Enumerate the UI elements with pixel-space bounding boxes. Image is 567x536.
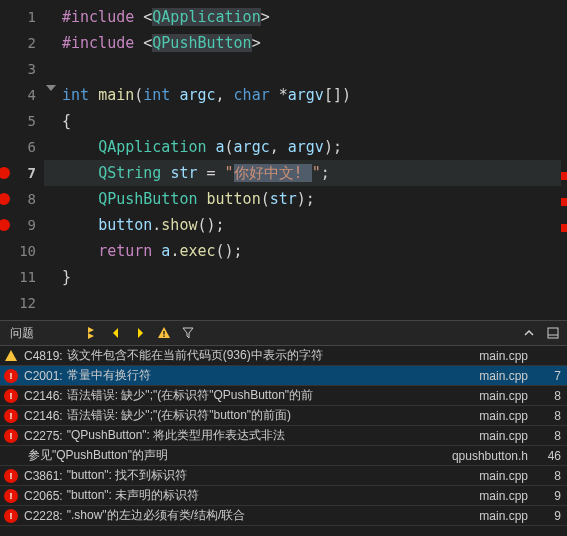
problem-file: main.cpp [479, 389, 532, 403]
problem-code: C4819: [24, 349, 63, 363]
problems-title: 问题 [0, 325, 44, 342]
problem-row[interactable]: !C2001:常量中有换行符main.cpp7 [0, 366, 567, 386]
problem-code: C2146: [24, 389, 63, 403]
problem-file: main.cpp [479, 349, 532, 363]
code-line[interactable]: { [44, 108, 567, 134]
problem-file: main.cpp [479, 469, 532, 483]
arrow-right-icon[interactable] [132, 325, 148, 341]
code-area[interactable]: #include <QApplication>#include <QPushBu… [44, 0, 567, 320]
collapse-icon[interactable] [521, 325, 537, 341]
error-tick[interactable] [561, 172, 567, 180]
problem-row[interactable]: !C2275:"QPushButton": 将此类型用作表达式非法main.cp… [0, 426, 567, 446]
problem-line: 8 [532, 469, 567, 483]
line-number: 10 [0, 238, 44, 264]
svg-rect-0 [163, 331, 164, 335]
code-line[interactable] [44, 290, 567, 316]
filter-icon[interactable] [180, 325, 196, 341]
problem-code: C2001: [24, 369, 63, 383]
problem-line: 7 [532, 369, 567, 383]
problem-file: main.cpp [479, 429, 532, 443]
problem-code: C3861: [24, 469, 63, 483]
problem-file: main.cpp [479, 369, 532, 383]
problem-code: C2146: [24, 409, 63, 423]
problem-file: qpushbutton.h [452, 449, 532, 463]
error-marker-icon[interactable] [0, 193, 10, 205]
problem-code: C2065: [24, 489, 63, 503]
problem-row[interactable]: 参见"QPushButton"的声明qpushbutton.h46 [0, 446, 567, 466]
problem-message: "QPushButton": 将此类型用作表达式非法 [67, 427, 480, 444]
warning-filter-icon[interactable] [156, 325, 172, 341]
error-icon: ! [4, 429, 18, 443]
error-icon: ! [4, 509, 18, 523]
problem-file: main.cpp [479, 509, 532, 523]
arrow-left-icon[interactable] [108, 325, 124, 341]
code-line[interactable]: button.show(); [44, 212, 567, 238]
problem-file: main.cpp [479, 409, 532, 423]
problem-row[interactable]: !C2065:"button": 未声明的标识符main.cpp9 [0, 486, 567, 506]
warning-icon [4, 349, 18, 363]
problems-list[interactable]: C4819:该文件包含不能在当前代码页(936)中表示的字符main.cpp!C… [0, 346, 567, 526]
problem-row[interactable]: !C2146:语法错误: 缺少";"(在标识符"QPushButton"的前ma… [0, 386, 567, 406]
problem-row[interactable]: C4819:该文件包含不能在当前代码页(936)中表示的字符main.cpp [0, 346, 567, 366]
problem-code: C2228: [24, 509, 63, 523]
problem-line: 8 [532, 429, 567, 443]
code-line[interactable]: } [44, 264, 567, 290]
line-number: 11 [0, 264, 44, 290]
error-icon: ! [4, 469, 18, 483]
line-number: 12 [0, 290, 44, 316]
svg-rect-2 [548, 328, 558, 338]
problems-panel-header: 问题 [0, 320, 567, 346]
problem-message: 该文件包含不能在当前代码页(936)中表示的字符 [67, 347, 480, 364]
problem-line: 46 [532, 449, 567, 463]
error-icon: ! [4, 369, 18, 383]
problem-row[interactable]: !C2228:".show"的左边必须有类/结构/联合main.cpp9 [0, 506, 567, 526]
line-number: 5 [0, 108, 44, 134]
code-line[interactable]: int main(int argc, char *argv[]) [44, 82, 567, 108]
error-tick[interactable] [561, 224, 567, 232]
code-line[interactable]: QApplication a(argc, argv); [44, 134, 567, 160]
problem-message: 参见"QPushButton"的声明 [28, 447, 452, 464]
code-line[interactable]: #include <QApplication> [44, 4, 567, 30]
line-number: 2 [0, 30, 44, 56]
panel-toggle-icon[interactable] [545, 325, 561, 341]
line-number: 1 [0, 4, 44, 30]
error-tick[interactable] [561, 198, 567, 206]
line-number: 7 [0, 160, 44, 186]
error-marker-icon[interactable] [0, 167, 10, 179]
error-icon: ! [4, 409, 18, 423]
code-line[interactable]: #include <QPushButton> [44, 30, 567, 56]
problem-line: 9 [532, 489, 567, 503]
line-gutter: 123456789101112 [0, 0, 44, 320]
problem-row[interactable]: !C3861:"button": 找不到标识符main.cpp8 [0, 466, 567, 486]
code-line[interactable] [44, 56, 567, 82]
svg-rect-1 [163, 336, 164, 337]
problem-message: 语法错误: 缺少";"(在标识符"button"的前面) [67, 407, 480, 424]
problem-message: 语法错误: 缺少";"(在标识符"QPushButton"的前 [67, 387, 480, 404]
code-line[interactable]: return a.exec(); [44, 238, 567, 264]
line-number: 9 [0, 212, 44, 238]
problem-line: 8 [532, 389, 567, 403]
overview-ruler [561, 0, 567, 320]
problem-message: 常量中有换行符 [67, 367, 480, 384]
problem-row[interactable]: !C2146:语法错误: 缺少";"(在标识符"button"的前面)main.… [0, 406, 567, 426]
code-line[interactable]: QPushButton button(str); [44, 186, 567, 212]
error-icon: ! [4, 489, 18, 503]
problem-file: main.cpp [479, 489, 532, 503]
problems-toolbar [84, 325, 196, 341]
error-marker-icon[interactable] [0, 219, 10, 231]
problem-code: C2275: [24, 429, 63, 443]
line-number: 4 [0, 82, 44, 108]
error-icon: ! [4, 389, 18, 403]
code-line[interactable]: QString str = "你好中文! "; [44, 160, 567, 186]
problem-message: ".show"的左边必须有类/结构/联合 [67, 507, 480, 524]
problem-message: "button": 找不到标识符 [67, 467, 480, 484]
line-number: 8 [0, 186, 44, 212]
problem-line: 9 [532, 509, 567, 523]
code-editor[interactable]: 123456789101112 #include <QApplication>#… [0, 0, 567, 320]
line-number: 3 [0, 56, 44, 82]
line-number: 6 [0, 134, 44, 160]
problem-message: "button": 未声明的标识符 [67, 487, 480, 504]
problem-line: 8 [532, 409, 567, 423]
build-icon[interactable] [84, 325, 100, 341]
